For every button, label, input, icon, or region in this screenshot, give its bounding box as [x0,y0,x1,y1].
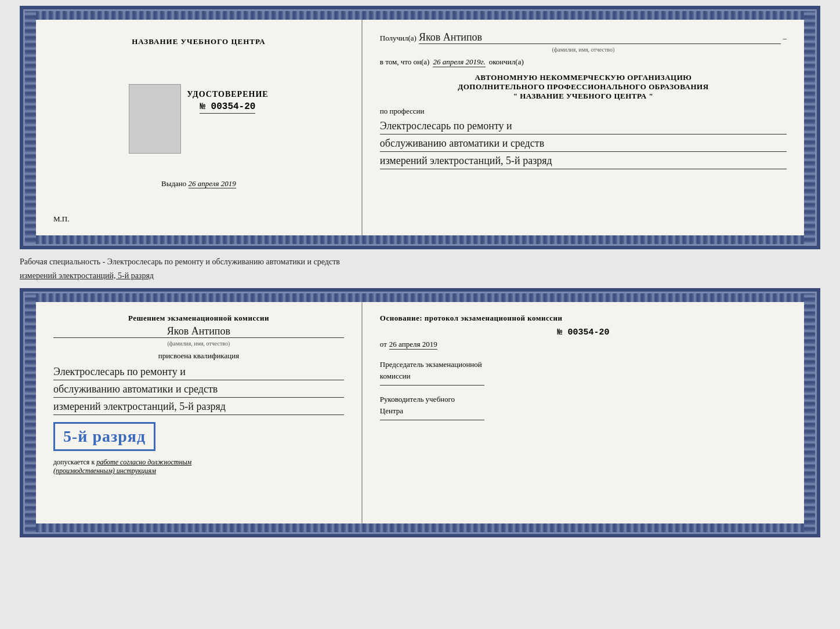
poluchil-dash: – [783,34,787,43]
ot-date: 26 апреля 2019 [389,340,437,350]
dopuskaetsya-label: допускается к [53,458,95,466]
okoncil-text: окончил(а) [489,57,524,67]
kvali-text-line3: измерений электростанций, 5-й разряд [53,399,344,415]
top-left-panel: НАЗВАНИЕ УЧЕБНОГО ЦЕНТРА УДОСТОВЕРЕНИЕ №… [36,20,363,235]
top-right-panel: Получил(а) Яков Антипов – (фамилия, имя,… [363,20,804,235]
dopuskaetsya-block: допускается к работе согласно должностны… [53,458,344,475]
udostoverenie-content: УДОСТОВЕРЕНИЕ № 00354-20 [187,78,268,154]
profession-line3: измерений электростанций, 5-й разряд [380,153,787,169]
bottom-horizontal-strip-top-book [36,235,804,246]
ot-label: от [380,340,387,349]
org-line1: АВТОНОМНУЮ НЕКОММЕРЧЕСКУЮ ОРГАНИЗАЦИЮ [380,73,787,82]
osnovanie-block: Основание: протокол экзаменационной коми… [380,314,787,323]
bottom-diploma-book: Решением экзаменационной комиссии Яков А… [20,288,820,537]
ot-date-line: от 26 апреля 2019 [380,340,787,350]
predsedatel-line2: комиссии [380,370,787,382]
middle-text-line2: измерений электростанций, 5-й разряд [20,270,820,282]
top-diploma-book: НАЗВАНИЕ УЧЕБНОГО ЦЕНТРА УДОСТОВЕРЕНИЕ №… [20,6,820,249]
rukovoditel-block: Руководитель учебного Центра [380,394,787,420]
vtom-date: 26 апреля 2019г. [433,57,485,67]
bottom-right-panel: Основание: протокол экзаменационной коми… [363,302,804,523]
profession-line1: Электрослесарь по ремонту и [380,118,787,134]
top-book-main-row: НАЗВАНИЕ УЧЕБНОГО ЦЕНТРА УДОСТОВЕРЕНИЕ №… [36,20,804,235]
predsedatel-signature-line [380,385,484,386]
profession-line2: обслуживанию автоматики и средств [380,136,787,152]
dopuskaetsya-italic: (производственным) инструкциям [53,467,156,475]
middle-text-line1: Рабочая специальность - Электрослесарь п… [20,256,820,268]
vydano-date: 26 апреля 2019 [189,179,236,188]
po-professii-label: по профессии [380,107,787,116]
poluchil-line: Получил(а) Яков Антипов – [380,31,787,44]
org-block: АВТОНОМНУЮ НЕКОММЕРЧЕСКУЮ ОРГАНИЗАЦИЮ ДО… [380,73,787,101]
bottom-horizontal-strip-bottom-book [36,523,804,534]
center-name-label: НАЗВАНИЕ УЧЕБНОГО ЦЕНТРА [132,37,266,46]
document-container: НАЗВАНИЕ УЧЕБНОГО ЦЕНТРА УДОСТОВЕРЕНИЕ №… [20,6,820,537]
left-decorative-strip [23,9,36,246]
protocol-number: № 00354-20 [380,328,787,337]
middle-text-block: Рабочая специальность - Электрослесарь п… [20,254,820,283]
poluchil-label: Получил(а) [380,34,417,43]
photo-placeholder [129,84,181,154]
mp-block: М.П. [53,214,69,224]
middle-text-line2-underline: измерений электростанций, 5-й разряд [20,271,154,280]
vydano-block: Выдано 26 апреля 2019 [161,179,236,188]
udostoverenie-title: УДОСТОВЕРЕНИЕ [187,90,268,99]
razryad-badge: 5-й разряд [53,422,155,451]
photo-udostoverenie-row: УДОСТОВЕРЕНИЕ № 00354-20 [129,78,268,154]
vtom-label: в том, что он(а) [380,57,430,67]
rukovoditel-signature-line [380,420,484,420]
org-line2: ДОПОЛНИТЕЛЬНОГО ПРОФЕССИОНАЛЬНОГО ОБРАЗО… [380,82,787,92]
rukovoditel-line1: Руководитель учебного [380,394,787,405]
fio-label-bottom: (фамилия, имя, отчество) [53,340,344,347]
right-decorative-strip-top [804,9,817,246]
predsedatel-block: Председатель экзаменационной комиссии [380,359,787,386]
top-horizontal-strip [36,9,804,20]
udostoverenie-block: УДОСТОВЕРЕНИЕ № 00354-20 [187,90,268,114]
right-decorative-strip-bottom [804,292,817,534]
top-book-inner: НАЗВАНИЕ УЧЕБНОГО ЦЕНТРА УДОСТОВЕРЕНИЕ №… [36,9,804,246]
bottom-left-panel: Решением экзаменационной комиссии Яков А… [36,302,363,523]
kvali-text-line1: Электрослесарь по ремонту и [53,364,344,380]
eksamen-name: Яков Антипов [53,325,344,338]
kvali-text-line2: обслуживанию автоматики и средств [53,381,344,398]
recipient-name: Яков Антипов [419,31,781,44]
bottom-book-main-row: Решением экзаменационной комиссии Яков А… [36,302,804,523]
rukovoditel-line2: Центра [380,405,787,417]
fio-label-top: (фамилия, имя, отчество) [380,46,787,53]
resheniem-block: Решением экзаменационной комиссии [53,314,344,323]
vydano-label: Выдано [161,179,186,188]
predsedatel-line1: Председатель экзаменационной [380,359,787,370]
vtom-line: в том, что он(а) 26 апреля 2019г. окончи… [380,57,787,67]
org-name: " НАЗВАНИЕ УЧЕБНОГО ЦЕНТРА " [380,92,787,101]
prisvoena-text: присвоена квалификация [53,351,344,361]
dopuskaetsya-value: работе согласно должностным [96,458,191,466]
bottom-book-inner: Решением экзаменационной комиссии Яков А… [36,292,804,534]
udostoverenie-number: № 00354-20 [200,101,255,114]
top-horizontal-strip-bottom-book [36,292,804,302]
left-decorative-strip-bottom [23,292,36,534]
